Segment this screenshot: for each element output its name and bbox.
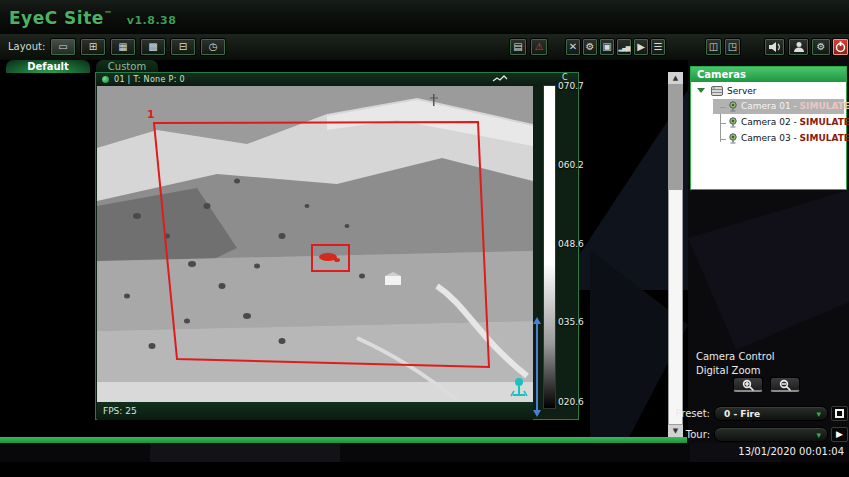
alarm-button[interactable]: ⚠ xyxy=(530,38,548,56)
power-icon xyxy=(835,41,846,53)
title-bar: EyeC Site™ v1.8.38 xyxy=(0,0,849,34)
pan-zoom-icon[interactable] xyxy=(492,74,508,85)
layout-custom-icon: ⊟ xyxy=(179,39,187,55)
tree-item-camera-03[interactable]: Camera 03 - SIMULATE xyxy=(691,131,846,146)
video-wall-button[interactable]: ▶ xyxy=(633,38,649,56)
preset-dropdown[interactable]: 0 - Fire ▾ xyxy=(714,406,828,421)
split-view-button[interactable]: ◫ xyxy=(705,38,722,56)
tour-play-button[interactable]: ▶ xyxy=(831,427,848,442)
layout-4x4-button[interactable]: ▩ xyxy=(140,38,166,56)
tab-default[interactable]: Default xyxy=(6,60,90,73)
video-wall-icon: ▶ xyxy=(637,39,645,55)
layout-custom-button[interactable]: ⊟ xyxy=(170,38,196,56)
statistics-icon: ▂▄▆ xyxy=(619,40,630,56)
trademark: ™ xyxy=(104,10,113,19)
fps-bar: FPS: 25 xyxy=(97,402,533,420)
gear-icon: ⚙ xyxy=(817,39,826,55)
camera-icon xyxy=(728,133,738,149)
audio-button[interactable] xyxy=(764,38,785,56)
preset-stop-button[interactable] xyxy=(831,406,848,421)
camera-name: Camera 01 - xyxy=(741,101,800,111)
zoom-out-button[interactable] xyxy=(770,377,800,392)
settings-button[interactable]: ⚙ xyxy=(811,38,831,56)
cameras-panel: Cameras Server xyxy=(690,66,847,190)
application-window: EyeC Site™ v1.8.38 Layout: ▭ ⊞ ▦ ▩ ⊟ ◷ ▤… xyxy=(0,0,849,477)
statistics-button[interactable]: ▂▄▆ xyxy=(616,38,632,56)
clock-icon: ◷ xyxy=(209,39,218,55)
report-icon: ▤ xyxy=(513,39,522,55)
layout-label: Layout: xyxy=(8,41,45,52)
layout-single-button[interactable]: ▭ xyxy=(50,38,76,56)
maximize-button[interactable]: ◳ xyxy=(724,38,741,56)
app-name: EyeC Site xyxy=(9,8,104,28)
layout-3x3-icon: ▦ xyxy=(118,39,127,55)
vertical-scrollbar[interactable]: ▲ ▼ xyxy=(668,72,683,437)
scale-tick: 020.6 xyxy=(558,397,584,407)
main-toolbar: Layout: ▭ ⊞ ▦ ▩ ⊟ ◷ ▤ ⚠ ✕ ⚙ ▣ ▂▄▆ ▶ ☰ ◫ … xyxy=(0,34,849,60)
tree-item-server[interactable]: Server xyxy=(691,84,846,99)
video-status-text: 01 | T: None P: 0 xyxy=(114,75,185,84)
camera-name: Camera 02 - xyxy=(741,117,800,127)
tree-item-camera-01[interactable]: Camera 01 - SIMULATE xyxy=(691,99,846,114)
camera-mode: SIMULATE xyxy=(800,133,849,143)
report-button[interactable]: ▤ xyxy=(509,38,527,56)
temperature-scale-bar xyxy=(543,85,556,409)
layout-sequence-button[interactable]: ◷ xyxy=(200,38,226,56)
split-view-icon: ◫ xyxy=(709,39,718,55)
recorder-button[interactable]: ▣ xyxy=(599,38,615,56)
server-label: Server xyxy=(727,84,757,99)
layout-3x3-button[interactable]: ▦ xyxy=(110,38,136,56)
temperature-range-indicator[interactable] xyxy=(533,317,541,417)
settings-tools-button[interactable]: ⚙ xyxy=(582,38,598,56)
alarm-icon: ⚠ xyxy=(535,39,544,55)
preset-value: 0 - Fire xyxy=(724,409,760,419)
zone-number-label: 1 xyxy=(147,108,155,121)
right-panel: Cameras Server xyxy=(688,60,849,443)
fps-value: FPS: 25 xyxy=(103,406,137,416)
maximize-icon: ◳ xyxy=(728,39,737,55)
camera-name: Camera 03 - xyxy=(741,133,800,143)
background-pattern xyxy=(688,190,849,350)
scale-tick: 048.6 xyxy=(558,239,584,249)
thermal-image: 1 xyxy=(97,86,533,402)
background-pattern xyxy=(150,443,340,462)
camera-mode: SIMULATE xyxy=(800,117,849,127)
recorder-icon: ▣ xyxy=(602,39,611,55)
power-button[interactable] xyxy=(832,38,849,56)
status-bar: 13/01/2020 00:01:04 xyxy=(0,443,849,462)
zoom-in-button[interactable] xyxy=(733,377,763,392)
camera-tree: Server Camera 01 - SIMULATE xyxy=(691,82,846,189)
scroll-up-icon[interactable]: ▲ xyxy=(668,72,683,84)
collapse-icon[interactable] xyxy=(697,88,705,93)
speaker-icon xyxy=(768,41,782,53)
layout-2x2-button[interactable]: ⊞ xyxy=(80,38,106,56)
user-button[interactable] xyxy=(788,38,809,56)
video-cell: 01 | T: None P: 0 xyxy=(95,72,579,420)
play-icon: ▶ xyxy=(836,429,843,439)
chevron-down-icon: ▾ xyxy=(816,428,821,442)
ptz-setup-icon: ✕ xyxy=(569,39,577,55)
scrollbar-thumb[interactable] xyxy=(669,190,682,424)
datetime-display: 13/01/2020 00:01:04 xyxy=(738,446,844,457)
preset-label: Preset: xyxy=(666,408,710,419)
app-logo: EyeC Site™ v1.8.38 xyxy=(9,8,176,28)
tab-default-label: Default xyxy=(27,61,69,72)
tree-connector xyxy=(720,107,726,108)
stream-status-icon xyxy=(102,76,109,83)
tab-custom-label: Custom xyxy=(108,61,146,72)
thermal-video-view[interactable]: 1 xyxy=(97,86,533,402)
layout-4x4-icon: ▩ xyxy=(148,39,157,55)
scale-tick: 035.6 xyxy=(558,317,584,327)
ptz-setup-button[interactable]: ✕ xyxy=(565,38,581,56)
user-icon xyxy=(793,41,805,53)
tour-dropdown[interactable]: ▾ xyxy=(714,427,828,442)
database-button[interactable]: ☰ xyxy=(650,38,666,56)
tree-item-camera-02[interactable]: Camera 02 - SIMULATE xyxy=(691,115,846,130)
camera-mode: SIMULATE xyxy=(800,101,849,111)
layout-2x2-icon: ⊞ xyxy=(89,39,97,55)
zoom-out-icon xyxy=(779,379,792,391)
video-header: 01 | T: None P: 0 xyxy=(96,73,578,86)
database-icon: ☰ xyxy=(654,39,663,55)
digital-zoom-label: Digital Zoom xyxy=(696,365,760,376)
app-version: v1.8.38 xyxy=(127,14,177,27)
